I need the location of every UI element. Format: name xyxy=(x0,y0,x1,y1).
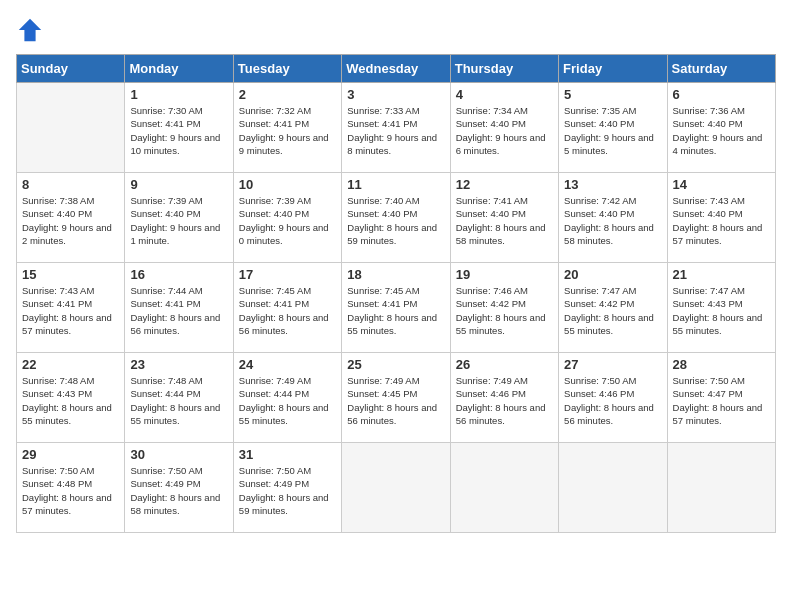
page-header xyxy=(16,16,776,44)
day-info: Sunrise: 7:50 AMSunset: 4:48 PMDaylight:… xyxy=(22,465,112,516)
day-info: Sunrise: 7:32 AMSunset: 4:41 PMDaylight:… xyxy=(239,105,329,156)
day-number: 15 xyxy=(22,267,119,282)
day-number: 19 xyxy=(456,267,553,282)
header-day-friday: Friday xyxy=(559,55,667,83)
calendar-cell xyxy=(667,443,775,533)
calendar-cell: 19 Sunrise: 7:46 AMSunset: 4:42 PMDaylig… xyxy=(450,263,558,353)
calendar-cell: 13 Sunrise: 7:42 AMSunset: 4:40 PMDaylig… xyxy=(559,173,667,263)
day-number: 2 xyxy=(239,87,336,102)
day-number: 3 xyxy=(347,87,444,102)
calendar-cell: 18 Sunrise: 7:45 AMSunset: 4:41 PMDaylig… xyxy=(342,263,450,353)
calendar-cell: 12 Sunrise: 7:41 AMSunset: 4:40 PMDaylig… xyxy=(450,173,558,263)
header-day-thursday: Thursday xyxy=(450,55,558,83)
calendar-cell: 4 Sunrise: 7:34 AMSunset: 4:40 PMDayligh… xyxy=(450,83,558,173)
day-info: Sunrise: 7:39 AMSunset: 4:40 PMDaylight:… xyxy=(239,195,329,246)
day-info: Sunrise: 7:40 AMSunset: 4:40 PMDaylight:… xyxy=(347,195,437,246)
day-number: 27 xyxy=(564,357,661,372)
day-info: Sunrise: 7:50 AMSunset: 4:47 PMDaylight:… xyxy=(673,375,763,426)
day-info: Sunrise: 7:47 AMSunset: 4:42 PMDaylight:… xyxy=(564,285,654,336)
day-info: Sunrise: 7:30 AMSunset: 4:41 PMDaylight:… xyxy=(130,105,220,156)
day-info: Sunrise: 7:45 AMSunset: 4:41 PMDaylight:… xyxy=(347,285,437,336)
calendar-cell: 16 Sunrise: 7:44 AMSunset: 4:41 PMDaylig… xyxy=(125,263,233,353)
day-info: Sunrise: 7:39 AMSunset: 4:40 PMDaylight:… xyxy=(130,195,220,246)
day-number: 5 xyxy=(564,87,661,102)
calendar-cell: 8 Sunrise: 7:38 AMSunset: 4:40 PMDayligh… xyxy=(17,173,125,263)
calendar-cell: 27 Sunrise: 7:50 AMSunset: 4:46 PMDaylig… xyxy=(559,353,667,443)
calendar-cell: 5 Sunrise: 7:35 AMSunset: 4:40 PMDayligh… xyxy=(559,83,667,173)
calendar-cell: 15 Sunrise: 7:43 AMSunset: 4:41 PMDaylig… xyxy=(17,263,125,353)
week-row-3: 22 Sunrise: 7:48 AMSunset: 4:43 PMDaylig… xyxy=(17,353,776,443)
day-info: Sunrise: 7:48 AMSunset: 4:43 PMDaylight:… xyxy=(22,375,112,426)
day-info: Sunrise: 7:35 AMSunset: 4:40 PMDaylight:… xyxy=(564,105,654,156)
calendar-cell: 17 Sunrise: 7:45 AMSunset: 4:41 PMDaylig… xyxy=(233,263,341,353)
svg-marker-0 xyxy=(19,19,41,41)
day-number: 18 xyxy=(347,267,444,282)
week-row-1: 8 Sunrise: 7:38 AMSunset: 4:40 PMDayligh… xyxy=(17,173,776,263)
calendar-cell: 20 Sunrise: 7:47 AMSunset: 4:42 PMDaylig… xyxy=(559,263,667,353)
header-day-monday: Monday xyxy=(125,55,233,83)
day-info: Sunrise: 7:50 AMSunset: 4:49 PMDaylight:… xyxy=(239,465,329,516)
calendar-cell: 22 Sunrise: 7:48 AMSunset: 4:43 PMDaylig… xyxy=(17,353,125,443)
calendar-cell: 28 Sunrise: 7:50 AMSunset: 4:47 PMDaylig… xyxy=(667,353,775,443)
day-number: 9 xyxy=(130,177,227,192)
day-number: 11 xyxy=(347,177,444,192)
day-number: 30 xyxy=(130,447,227,462)
day-info: Sunrise: 7:50 AMSunset: 4:46 PMDaylight:… xyxy=(564,375,654,426)
day-info: Sunrise: 7:47 AMSunset: 4:43 PMDaylight:… xyxy=(673,285,763,336)
week-row-0: 1 Sunrise: 7:30 AMSunset: 4:41 PMDayligh… xyxy=(17,83,776,173)
calendar-cell: 29 Sunrise: 7:50 AMSunset: 4:48 PMDaylig… xyxy=(17,443,125,533)
calendar-cell: 6 Sunrise: 7:36 AMSunset: 4:40 PMDayligh… xyxy=(667,83,775,173)
day-number: 29 xyxy=(22,447,119,462)
calendar-cell: 9 Sunrise: 7:39 AMSunset: 4:40 PMDayligh… xyxy=(125,173,233,263)
day-number: 21 xyxy=(673,267,770,282)
calendar-cell: 24 Sunrise: 7:49 AMSunset: 4:44 PMDaylig… xyxy=(233,353,341,443)
day-info: Sunrise: 7:36 AMSunset: 4:40 PMDaylight:… xyxy=(673,105,763,156)
calendar-cell: 11 Sunrise: 7:40 AMSunset: 4:40 PMDaylig… xyxy=(342,173,450,263)
header-day-saturday: Saturday xyxy=(667,55,775,83)
calendar-cell: 14 Sunrise: 7:43 AMSunset: 4:40 PMDaylig… xyxy=(667,173,775,263)
week-row-2: 15 Sunrise: 7:43 AMSunset: 4:41 PMDaylig… xyxy=(17,263,776,353)
day-number: 24 xyxy=(239,357,336,372)
header-row: SundayMondayTuesdayWednesdayThursdayFrid… xyxy=(17,55,776,83)
calendar-cell: 26 Sunrise: 7:49 AMSunset: 4:46 PMDaylig… xyxy=(450,353,558,443)
day-info: Sunrise: 7:49 AMSunset: 4:44 PMDaylight:… xyxy=(239,375,329,426)
day-number: 22 xyxy=(22,357,119,372)
day-number: 8 xyxy=(22,177,119,192)
day-info: Sunrise: 7:46 AMSunset: 4:42 PMDaylight:… xyxy=(456,285,546,336)
day-number: 1 xyxy=(130,87,227,102)
day-number: 4 xyxy=(456,87,553,102)
day-number: 17 xyxy=(239,267,336,282)
day-number: 13 xyxy=(564,177,661,192)
calendar-table: SundayMondayTuesdayWednesdayThursdayFrid… xyxy=(16,54,776,533)
day-number: 25 xyxy=(347,357,444,372)
day-number: 26 xyxy=(456,357,553,372)
day-info: Sunrise: 7:41 AMSunset: 4:40 PMDaylight:… xyxy=(456,195,546,246)
day-info: Sunrise: 7:45 AMSunset: 4:41 PMDaylight:… xyxy=(239,285,329,336)
calendar-cell: 23 Sunrise: 7:48 AMSunset: 4:44 PMDaylig… xyxy=(125,353,233,443)
calendar-cell xyxy=(17,83,125,173)
calendar-cell: 1 Sunrise: 7:30 AMSunset: 4:41 PMDayligh… xyxy=(125,83,233,173)
calendar-cell: 30 Sunrise: 7:50 AMSunset: 4:49 PMDaylig… xyxy=(125,443,233,533)
calendar-cell xyxy=(450,443,558,533)
day-info: Sunrise: 7:43 AMSunset: 4:40 PMDaylight:… xyxy=(673,195,763,246)
day-number: 31 xyxy=(239,447,336,462)
calendar-cell: 25 Sunrise: 7:49 AMSunset: 4:45 PMDaylig… xyxy=(342,353,450,443)
day-number: 20 xyxy=(564,267,661,282)
calendar-cell: 3 Sunrise: 7:33 AMSunset: 4:41 PMDayligh… xyxy=(342,83,450,173)
logo xyxy=(16,16,48,44)
calendar-cell: 10 Sunrise: 7:39 AMSunset: 4:40 PMDaylig… xyxy=(233,173,341,263)
day-info: Sunrise: 7:42 AMSunset: 4:40 PMDaylight:… xyxy=(564,195,654,246)
week-row-4: 29 Sunrise: 7:50 AMSunset: 4:48 PMDaylig… xyxy=(17,443,776,533)
day-number: 23 xyxy=(130,357,227,372)
day-info: Sunrise: 7:48 AMSunset: 4:44 PMDaylight:… xyxy=(130,375,220,426)
logo-icon xyxy=(16,16,44,44)
day-number: 12 xyxy=(456,177,553,192)
calendar-cell xyxy=(559,443,667,533)
day-info: Sunrise: 7:38 AMSunset: 4:40 PMDaylight:… xyxy=(22,195,112,246)
day-info: Sunrise: 7:49 AMSunset: 4:45 PMDaylight:… xyxy=(347,375,437,426)
day-info: Sunrise: 7:44 AMSunset: 4:41 PMDaylight:… xyxy=(130,285,220,336)
header-day-wednesday: Wednesday xyxy=(342,55,450,83)
day-info: Sunrise: 7:49 AMSunset: 4:46 PMDaylight:… xyxy=(456,375,546,426)
header-day-tuesday: Tuesday xyxy=(233,55,341,83)
day-info: Sunrise: 7:33 AMSunset: 4:41 PMDaylight:… xyxy=(347,105,437,156)
